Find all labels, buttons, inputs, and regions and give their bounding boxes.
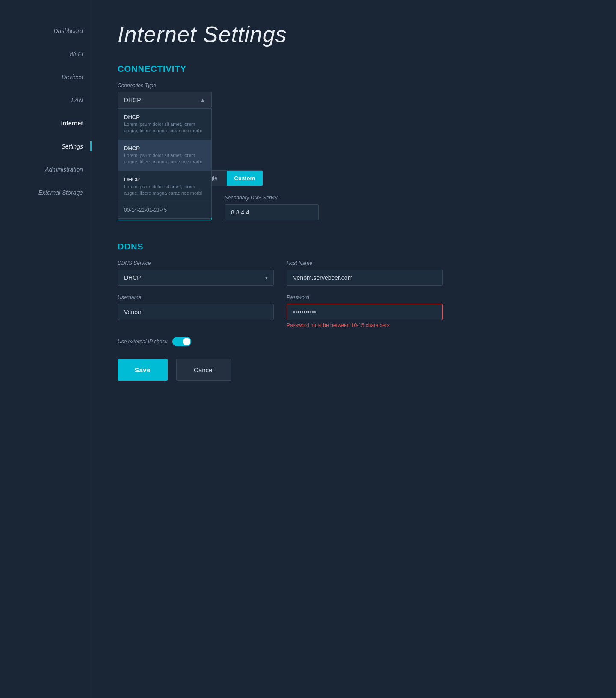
connection-type-value: DHCP bbox=[124, 97, 141, 104]
dropdown-option-2[interactable]: DHCP Lorem ipsum dolor sit amet, lorem a… bbox=[118, 140, 211, 171]
connection-type-dropdown-area: DHCP ▲ DHCP Lorem ipsum dolor sit amet, … bbox=[118, 92, 212, 108]
dropdown-option-1[interactable]: DHCP Lorem ipsum dolor sit amet, lorem a… bbox=[118, 109, 211, 140]
ddns-password-label: Password bbox=[287, 294, 443, 300]
toggle-row: Use external IP check bbox=[118, 337, 590, 346]
option-3-desc: Lorem ipsum dolor sit amet, lorem augue,… bbox=[124, 184, 205, 197]
option-3-title: DHCP bbox=[124, 176, 205, 183]
toggle-label: Use external IP check bbox=[118, 339, 167, 345]
option-1-desc: Lorem ipsum dolor sit amet, lorem augue,… bbox=[124, 121, 205, 134]
ddns-hostname-field: Host Name bbox=[287, 260, 443, 286]
sidebar-item-settings[interactable]: Settings bbox=[61, 141, 83, 151]
button-row: Save Cancel bbox=[118, 359, 590, 381]
main-content: Internet Settings Connectivity Connectio… bbox=[92, 0, 616, 698]
ddns-password-input[interactable] bbox=[287, 304, 443, 320]
secondary-dns-field: Secondary DNS Server bbox=[225, 195, 319, 220]
ddns-grid: DDNS Service DHCP Host Name Username Pas bbox=[118, 260, 443, 328]
sidebar: Dashboard Wi-Fi Devices LAN Internet Set… bbox=[0, 0, 92, 698]
ddns-service-select[interactable]: DHCP bbox=[118, 270, 274, 286]
option-2-desc: Lorem ipsum dolor sit amet, lorem augue,… bbox=[124, 152, 205, 166]
option-2-title: DHCP bbox=[124, 145, 205, 151]
ddns-username-field: Username bbox=[118, 294, 274, 328]
sidebar-item-external-storage[interactable]: External Storage bbox=[38, 187, 83, 198]
sidebar-item-devices[interactable]: Devices bbox=[62, 72, 83, 82]
mac-address: 00-14-22-01-23-45 bbox=[118, 202, 211, 218]
connection-type-dropdown[interactable]: DHCP ▲ bbox=[118, 92, 212, 108]
sidebar-item-lan[interactable]: LAN bbox=[71, 95, 83, 105]
ddns-service-select-wrapper: DHCP bbox=[118, 270, 274, 286]
ddns-username-label: Username bbox=[118, 294, 274, 300]
page-title: Internet Settings bbox=[118, 21, 590, 47]
connectivity-section-title: Connectivity bbox=[118, 64, 590, 74]
save-button[interactable]: Save bbox=[118, 359, 168, 381]
ddns-section: DDNS DDNS Service DHCP Host Name Usernam… bbox=[118, 242, 590, 381]
external-ip-toggle[interactable] bbox=[172, 337, 191, 346]
connectivity-section: Connectivity Connection Type DHCP ▲ DHCP… bbox=[118, 64, 590, 108]
cancel-button[interactable]: Cancel bbox=[176, 359, 231, 381]
sidebar-item-internet[interactable]: Internet bbox=[61, 118, 83, 128]
sidebar-item-wifi[interactable]: Wi-Fi bbox=[69, 49, 83, 59]
connection-type-label: Connection Type bbox=[118, 83, 590, 89]
ddns-hostname-label: Host Name bbox=[287, 260, 443, 266]
ddns-service-label: DDNS Service bbox=[118, 260, 274, 266]
ddns-password-error: Password must be between 10-15 character… bbox=[287, 322, 443, 328]
secondary-dns-input[interactable] bbox=[225, 204, 319, 220]
ddns-hostname-input[interactable] bbox=[287, 270, 443, 286]
dropdown-option-3[interactable]: DHCP Lorem ipsum dolor sit amet, lorem a… bbox=[118, 171, 211, 202]
sidebar-item-dashboard[interactable]: Dashboard bbox=[54, 26, 83, 36]
sidebar-item-administration[interactable]: Administration bbox=[45, 164, 83, 175]
secondary-dns-label: Secondary DNS Server bbox=[225, 195, 319, 201]
ddns-username-input[interactable] bbox=[118, 304, 274, 320]
ddns-section-title: DDNS bbox=[118, 242, 590, 252]
chevron-up-icon: ▲ bbox=[200, 97, 205, 103]
option-1-title: DHCP bbox=[124, 114, 205, 120]
dns-tab-custom[interactable]: Custom bbox=[227, 171, 263, 186]
ddns-password-field: Password Password must be between 10-15 … bbox=[287, 294, 443, 328]
ddns-service-field: DDNS Service DHCP bbox=[118, 260, 274, 286]
connection-type-dropdown-menu: DHCP Lorem ipsum dolor sit amet, lorem a… bbox=[118, 108, 212, 219]
